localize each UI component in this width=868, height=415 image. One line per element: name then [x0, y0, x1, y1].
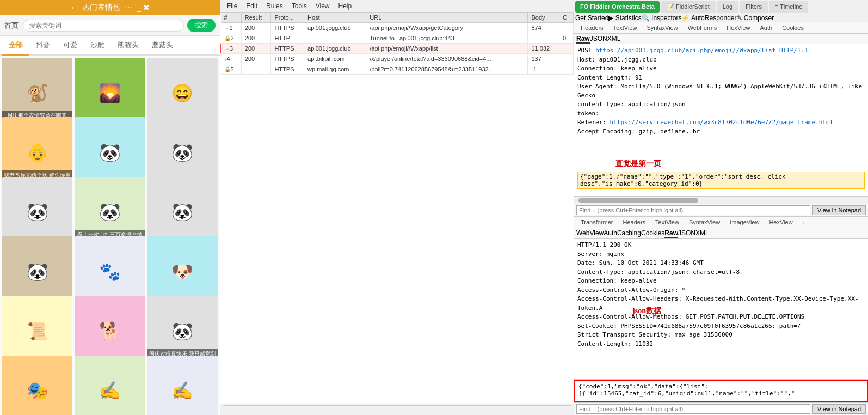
resp-tab-imageview[interactable]: ImageView — [725, 218, 764, 228]
cell-c — [559, 64, 574, 75]
search-button[interactable]: 搜索 — [187, 19, 216, 32]
menu-view[interactable]: View — [311, 1, 334, 11]
resp-line-10: Strict-Transport-Security: max-age=31536… — [577, 331, 865, 340]
category-tabs: 全部 抖音 可爱 沙雕 熊猫头 蘑菇头 — [0, 36, 220, 56]
tab-autoresponder[interactable]: ⚡ AutoResponder — [681, 14, 736, 22]
resp-tab-hexview[interactable]: HexView — [765, 218, 797, 228]
cell-body: 874 — [528, 23, 559, 33]
right-panel: FO Fiddler Orchestra Beta 📝 FiddlerScrip… — [574, 0, 868, 415]
req-connection: Connection: keep-alive — [577, 64, 865, 74]
col-result[interactable]: Result — [241, 13, 271, 23]
resp-line-1: HTTP/1.1 200 OK — [577, 241, 865, 250]
col-num[interactable]: # — [221, 13, 242, 23]
col-proto[interactable]: Proto... — [271, 13, 304, 23]
tab-filters[interactable]: Filters — [740, 1, 768, 13]
tab-timeline[interactable]: ≡ Timeline — [769, 1, 808, 13]
tab-silly[interactable]: 沙雕 — [84, 36, 111, 56]
sessions-table: # Result Proto... Host URL Body C →1 200… — [220, 13, 574, 75]
tab-douyin[interactable]: 抖音 — [29, 36, 57, 56]
resp-tabs-row1: Transformer Headers TextView SyntaxView … — [574, 217, 868, 228]
req-url-link[interactable]: https://api001.jcgg.club/api.php/emoji//… — [595, 47, 808, 54]
col-body[interactable]: Body — [528, 13, 559, 23]
tab-statistics[interactable]: ▶ Statistics — [608, 14, 641, 22]
col-url[interactable]: URL — [366, 13, 528, 23]
tab-all[interactable]: 全部 — [2, 36, 29, 56]
more-icon[interactable]: ⋯ — [125, 3, 132, 12]
list-item[interactable]: 🎭 你知道你为什么 — [2, 356, 72, 415]
find-bar-bottom: View in Notepad — [574, 402, 868, 415]
tab-mushroom[interactable]: 蘑菇头 — [145, 36, 180, 56]
resp-tab-json[interactable]: JSON — [678, 229, 695, 238]
table-row[interactable]: 🔒5 - HTTPS wp.mail.qq.com /poll?r=0.7411… — [221, 64, 574, 75]
cell-num: →3 — [221, 44, 242, 54]
req-body-area: {"page":1,/"name":"","type":"1","order":… — [574, 169, 868, 197]
tab-composer[interactable]: ✎ Composer — [737, 14, 774, 22]
cell-result: 200 — [241, 54, 271, 64]
tab-get-started[interactable]: Get Started — [575, 14, 608, 22]
col-host[interactable]: Host — [304, 13, 366, 23]
resp-line-9: Set-Cookie: PHPSESSID=741d688a7597e09f0f… — [577, 322, 865, 331]
req-subtab-raw[interactable]: Raw — [576, 35, 590, 44]
req-tab-cookies[interactable]: Cookies — [778, 23, 808, 33]
cell-host: api001.jcgg.club — [304, 23, 366, 33]
req-tab-syntaxview[interactable]: SyntaxView — [642, 23, 682, 33]
menu-edit[interactable]: Edit — [242, 1, 262, 11]
req-tab-webforms[interactable]: WebForms — [684, 23, 722, 33]
req-subtab-xml[interactable]: XML — [607, 35, 621, 44]
minimize-icon[interactable]: ⎯ — [137, 3, 141, 12]
tab-panda[interactable]: 熊猫头 — [111, 36, 145, 56]
resp-tab-textview[interactable]: TextView — [651, 218, 684, 228]
home-button[interactable]: 首页 — [4, 21, 19, 30]
search-input[interactable] — [23, 20, 184, 32]
resp-tab-transformer[interactable]: Transformer — [576, 218, 618, 228]
table-row[interactable]: →3 200 HTTPS api001.jcgg.club /api.php/e… — [221, 44, 574, 54]
back-icon[interactable]: ← — [70, 3, 78, 12]
view-in-notepad-bottom[interactable]: View in Notepad — [812, 404, 866, 414]
list-item[interactable]: ✍ 已有另朋友 — [75, 356, 145, 415]
fiddler-menubar: File Edit Rules Tools View Help — [220, 0, 574, 13]
cell-url: /api.php/emoji//Wxapp/list — [366, 44, 528, 54]
tab-fiddlerscript[interactable]: 📝 FiddlerScript — [661, 1, 716, 13]
cell-num: →1 — [221, 23, 242, 33]
close-icon[interactable]: ✖ — [143, 3, 150, 12]
view-in-notepad-top[interactable]: View in Notepad — [812, 205, 866, 215]
menu-file[interactable]: File — [223, 1, 242, 11]
req-subtab-json[interactable]: JSON — [590, 35, 607, 44]
tab-cute[interactable]: 可爱 — [57, 36, 84, 56]
resp-tab-auth[interactable]: Auth — [604, 229, 617, 238]
resp-tab-raw[interactable]: Raw — [664, 229, 678, 238]
req-tab-textview[interactable]: TextView — [609, 23, 642, 33]
resp-tab-caching[interactable]: Caching — [617, 229, 641, 238]
req-tab-auth[interactable]: Auth — [756, 23, 777, 33]
menu-tools[interactable]: Tools — [287, 1, 311, 11]
table-row[interactable]: →1 200 HTTPS api001.jcgg.club /api.php/e… — [221, 23, 574, 33]
find-input-bottom[interactable] — [576, 404, 810, 414]
col-c[interactable]: C — [559, 13, 574, 23]
req-token: token: — [577, 109, 865, 119]
req-tab-hexview[interactable]: HexView — [722, 23, 754, 33]
resp-json-body: {"code":1,"msg":"ok","data":{"list":[{"i… — [578, 383, 795, 397]
table-row[interactable]: 🔒2 200 HTTP Tunnel to api001.jcgg.club:4… — [221, 33, 574, 44]
resp-tab-more[interactable]: › — [798, 218, 809, 228]
tab-log[interactable]: Log — [717, 1, 738, 13]
menu-help[interactable]: Help — [334, 1, 356, 11]
resp-tab-cookies[interactable]: Cookies — [641, 229, 664, 238]
req-hscrollbar[interactable] — [574, 197, 868, 204]
tab-inspectors[interactable]: 🔍 Inspectors — [642, 14, 682, 22]
sessions-table-wrapper[interactable]: # Result Proto... Host URL Body C →1 200… — [220, 13, 574, 404]
req-tab-headers[interactable]: Headers — [576, 23, 608, 33]
resp-tab-headers[interactable]: Headers — [619, 218, 650, 228]
list-item[interactable]: ✍ 已有女朋友 — [147, 356, 218, 415]
find-input-top[interactable] — [576, 205, 810, 215]
resp-tab-syntaxview[interactable]: SyntaxView — [685, 218, 724, 228]
req-referer-link[interactable]: https://servicewechat.com/wx3c81702c1d0e… — [610, 119, 834, 126]
cell-num: ↓4 — [221, 54, 242, 64]
app-title: 热门表情包 — [82, 3, 120, 13]
horizontal-scrollbar[interactable] — [223, 405, 571, 414]
table-header-row: # Result Proto... Host URL Body C — [221, 13, 574, 23]
menu-rules[interactable]: Rules — [262, 1, 287, 11]
resp-tab-webview[interactable]: WebView — [576, 229, 604, 238]
tab-fiddler-orchestra[interactable]: FO Fiddler Orchestra Beta — [575, 1, 660, 13]
table-row[interactable]: ↓4 200 HTTPS api.bilibili.com /x/player/… — [221, 54, 574, 64]
resp-tab-xml[interactable]: XML — [695, 229, 709, 238]
